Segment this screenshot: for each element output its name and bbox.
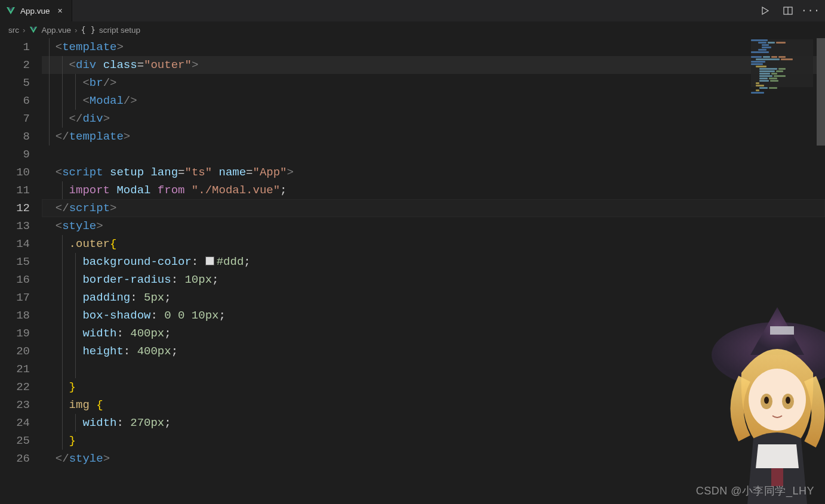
line-number-gutter: 1256789101112131415161718192021222324252… — [0, 38, 42, 504]
split-editor-icon[interactable] — [782, 5, 794, 17]
vertical-scrollbar[interactable] — [817, 38, 825, 504]
minimap[interactable] — [751, 39, 813, 87]
tab-app-vue[interactable]: App.vue × — [0, 0, 72, 21]
chevron-right-icon: › — [23, 26, 26, 35]
vue-icon — [29, 26, 38, 35]
brace-icon: { } — [81, 25, 96, 35]
breadcrumb-item[interactable]: App.vue — [42, 26, 72, 35]
code-editor[interactable]: 1256789101112131415161718192021222324252… — [0, 38, 825, 504]
breadcrumb[interactable]: src › App.vue › { } script setup — [0, 21, 825, 38]
code-area[interactable]: <template> <div class="outer"> <br/> <Mo… — [42, 38, 825, 504]
vue-icon — [6, 6, 16, 16]
editor-tabbar: App.vue × ··· — [0, 0, 825, 21]
editor-toolbar: ··· — [751, 0, 825, 21]
breadcrumb-item[interactable]: script setup — [99, 26, 140, 35]
scrollbar-thumb[interactable] — [817, 38, 825, 146]
run-icon[interactable] — [759, 5, 771, 17]
more-icon[interactable]: ··· — [805, 5, 817, 17]
breadcrumb-item[interactable]: src — [8, 26, 19, 35]
tab-title: App.vue — [20, 7, 50, 16]
chevron-right-icon: › — [75, 26, 78, 35]
close-icon[interactable]: × — [55, 5, 66, 16]
